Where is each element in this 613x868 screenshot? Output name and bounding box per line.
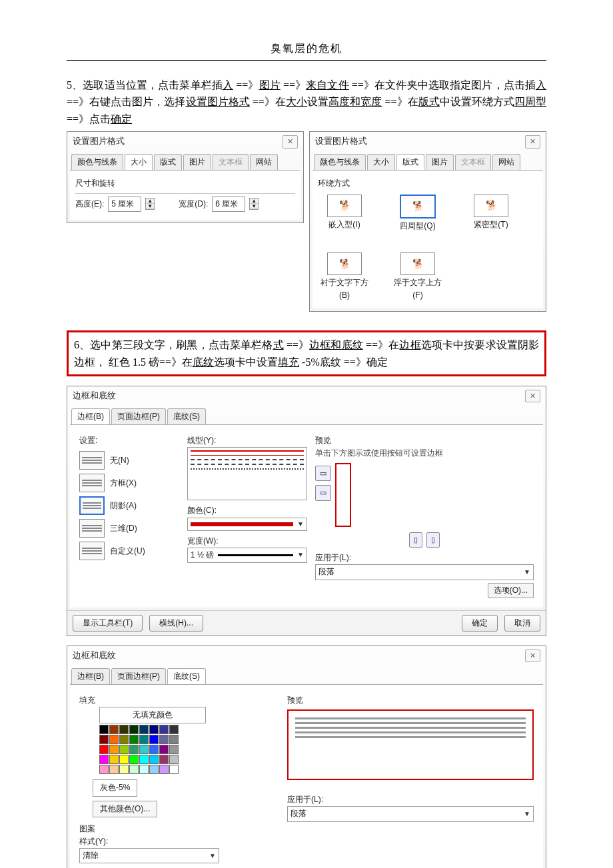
width-combo[interactable]: 1 ½ 磅▼ [187, 548, 307, 563]
border-setting-option[interactable]: 阴影(A) [79, 496, 179, 515]
color-swatch[interactable] [109, 765, 119, 774]
wrap-style-option[interactable]: 🐕紧密型(T) [464, 195, 518, 232]
show-toolbar-button[interactable]: 显示工具栏(T) [73, 615, 143, 632]
color-swatch[interactable] [149, 745, 159, 754]
dog-icon: 🐕 [412, 199, 424, 213]
color-swatch[interactable] [129, 735, 139, 744]
color-swatch[interactable] [129, 745, 139, 754]
color-swatch[interactable] [99, 725, 109, 734]
p5-t: ==》 [233, 79, 259, 91]
pattern-style-combo[interactable]: 清除▼ [79, 848, 219, 863]
color-swatch[interactable] [119, 755, 129, 764]
color-label: 颜色(C): [187, 504, 307, 517]
height-field[interactable]: 5 厘米 [108, 197, 141, 212]
color-swatch[interactable] [149, 765, 159, 774]
tab-layout[interactable]: 版式 [154, 154, 182, 170]
wrap-style-option[interactable]: 🐕浮于文字上方(F) [391, 252, 444, 302]
tab-layout[interactable]: 版式 [396, 154, 424, 170]
tab-color-lines[interactable]: 颜色与线条 [71, 154, 123, 170]
color-swatch[interactable] [109, 745, 119, 754]
no-fill-button[interactable]: 无填充颜色 [99, 707, 206, 723]
tab-picture[interactable]: 图片 [183, 154, 211, 170]
color-palette[interactable] [99, 725, 206, 774]
tab-picture[interactable]: 图片 [426, 154, 454, 170]
close-icon[interactable]: ✕ [525, 390, 540, 403]
color-combo[interactable]: ▼ [187, 518, 307, 531]
close-icon[interactable]: ✕ [283, 135, 298, 149]
close-icon[interactable]: ✕ [525, 650, 540, 663]
tab-size[interactable]: 大小 [367, 154, 395, 170]
tab-color-lines[interactable]: 颜色与线条 [314, 154, 366, 170]
border-setting-icon [79, 474, 105, 492]
border-setting-option[interactable]: 方框(X) [79, 474, 179, 492]
color-swatch[interactable] [129, 725, 139, 734]
preview-top-button[interactable]: ▭ [315, 466, 331, 482]
wrap-style-option[interactable]: 🐕衬于文字下方(B) [318, 252, 371, 302]
tab-border[interactable]: 边框(B) [71, 408, 110, 424]
preview-bottom-button[interactable]: ▭ [315, 485, 331, 501]
color-swatch[interactable] [129, 765, 139, 774]
apply-to-combo[interactable]: 段落▼ [287, 806, 534, 821]
color-swatch[interactable] [99, 755, 109, 764]
color-swatch[interactable] [99, 735, 109, 744]
cancel-button[interactable]: 取消 [504, 615, 540, 632]
tab-shading[interactable]: 底纹(S) [167, 408, 206, 424]
color-swatch[interactable] [109, 735, 119, 744]
color-swatch[interactable] [119, 725, 129, 734]
color-swatch[interactable] [119, 765, 129, 774]
color-swatch[interactable] [159, 765, 169, 774]
wrap-style-option[interactable]: 🐕嵌入型(I) [318, 195, 371, 232]
wrap-style-option[interactable]: 🐕四周型(Q) [391, 195, 444, 232]
color-swatch[interactable] [169, 735, 179, 744]
dialog-title: 设置图片格式 [315, 135, 367, 149]
color-swatch[interactable] [159, 755, 169, 764]
dialog-borders-shading-border: 边框和底纹 ✕ 边框(B) 页面边框(P) 底纹(S) 设置: 无(N)方框(X… [67, 386, 546, 636]
tab-shading[interactable]: 底纹(S) [167, 668, 206, 684]
color-swatch[interactable] [149, 735, 159, 744]
width-field[interactable]: 6 厘米 [212, 197, 245, 212]
linestyle-list[interactable] [187, 447, 307, 500]
border-setting-option[interactable]: 三维(D) [79, 519, 179, 538]
tab-size[interactable]: 大小 [125, 154, 153, 170]
border-setting-option[interactable]: 自定义(U) [79, 542, 179, 560]
color-swatch[interactable] [149, 725, 159, 734]
color-swatch[interactable] [109, 725, 119, 734]
color-swatch[interactable] [139, 735, 149, 744]
color-swatch[interactable] [119, 745, 129, 754]
tab-page-border[interactable]: 页面边框(P) [111, 668, 166, 684]
color-swatch[interactable] [149, 755, 159, 764]
color-swatch[interactable] [129, 755, 139, 764]
group-wrap-style: 环绕方式 [318, 177, 538, 190]
color-swatch[interactable] [169, 755, 179, 764]
color-swatch[interactable] [159, 735, 169, 744]
color-swatch[interactable] [169, 765, 179, 774]
dog-icon: 🐕 [339, 198, 350, 213]
color-swatch[interactable] [119, 735, 129, 744]
tab-web[interactable]: 网站 [492, 154, 520, 170]
color-swatch[interactable] [139, 725, 149, 734]
options-button[interactable]: 选项(O)... [488, 583, 534, 598]
preview-left-button[interactable]: ▯ [409, 532, 422, 548]
color-swatch[interactable] [169, 745, 179, 754]
ok-button[interactable]: 确定 [462, 615, 498, 632]
close-icon[interactable]: ✕ [525, 135, 540, 149]
color-swatch[interactable] [109, 755, 119, 764]
color-swatch[interactable] [159, 725, 169, 734]
apply-to-combo[interactable]: 段落▼ [315, 564, 534, 580]
more-colors-button[interactable]: 其他颜色(O)... [93, 801, 157, 817]
tab-web[interactable]: 网站 [250, 154, 278, 170]
preview-right-button[interactable]: ▯ [426, 532, 440, 548]
height-stepper[interactable]: ▲▼ [145, 198, 155, 210]
border-setting-option[interactable]: 无(N) [79, 451, 179, 470]
horizontal-line-button[interactable]: 横线(H)... [149, 615, 203, 632]
color-swatch[interactable] [169, 725, 179, 734]
color-swatch[interactable] [99, 765, 109, 774]
width-stepper[interactable]: ▲▼ [249, 198, 259, 210]
color-swatch[interactable] [139, 745, 149, 754]
tab-border[interactable]: 边框(B) [71, 668, 110, 684]
tab-page-border[interactable]: 页面边框(P) [111, 408, 166, 424]
color-swatch[interactable] [99, 745, 109, 754]
color-swatch[interactable] [139, 765, 149, 774]
color-swatch[interactable] [159, 745, 169, 754]
color-swatch[interactable] [139, 755, 149, 764]
